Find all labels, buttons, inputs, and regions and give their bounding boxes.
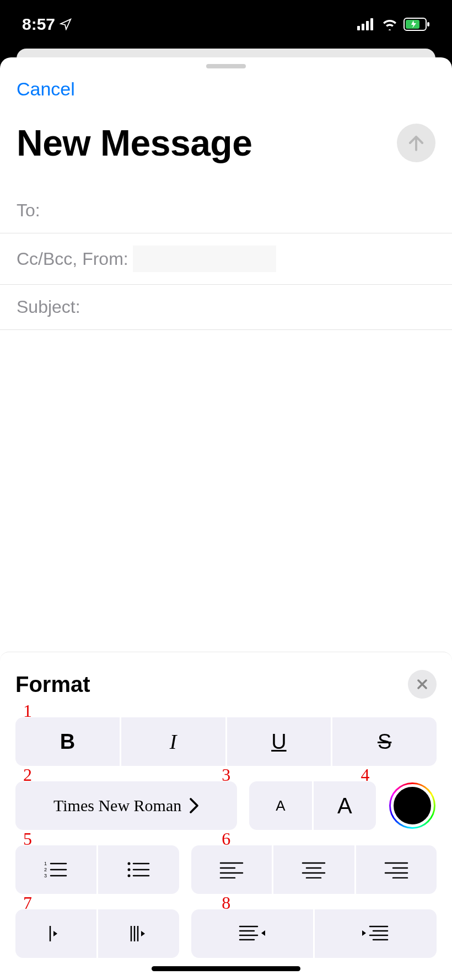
from-address-redacted xyxy=(133,246,276,272)
numbered-list-button[interactable]: 123 xyxy=(15,845,96,894)
annotation-1: 1 xyxy=(23,701,32,721)
font-picker-button[interactable]: Times New Roman xyxy=(15,781,237,830)
bold-button[interactable]: B xyxy=(15,717,120,766)
bulleted-list-icon xyxy=(126,860,151,880)
font-name-label: Times New Roman xyxy=(53,796,181,815)
svg-rect-6 xyxy=(427,22,429,26)
close-format-button[interactable] xyxy=(408,670,437,699)
ccbcc-field[interactable]: Cc/Bcc, From: xyxy=(0,233,452,285)
status-bar: 8:57 xyxy=(0,0,452,49)
align-right-icon xyxy=(384,861,408,878)
ltr-direction-button[interactable] xyxy=(15,909,96,958)
rtl-icon xyxy=(127,924,149,944)
annotation-4: 4 xyxy=(360,765,369,785)
annotation-5: 5 xyxy=(23,829,32,849)
compose-title: New Message xyxy=(17,122,252,164)
align-center-button[interactable] xyxy=(273,845,354,894)
svg-marker-42 xyxy=(362,930,366,936)
rtl-direction-button[interactable] xyxy=(98,909,179,958)
cancel-button[interactable]: Cancel xyxy=(0,74,452,105)
svg-rect-3 xyxy=(370,18,373,30)
svg-rect-0 xyxy=(357,26,360,30)
subject-field[interactable]: Subject: xyxy=(0,285,452,330)
svg-text:2: 2 xyxy=(44,867,47,872)
underline-button[interactable]: U xyxy=(227,717,331,766)
format-title: Format xyxy=(15,672,90,697)
increase-indent-button[interactable] xyxy=(315,909,437,958)
title-row: New Message xyxy=(0,105,452,188)
subject-label: Subject: xyxy=(17,297,80,317)
svg-rect-2 xyxy=(366,21,369,30)
increase-indent-icon xyxy=(361,924,390,943)
send-button[interactable] xyxy=(397,124,435,162)
text-color-button[interactable] xyxy=(388,781,437,830)
compose-sheet: Cancel New Message To: Cc/Bcc, From: Sub… xyxy=(0,57,452,980)
increase-font-button[interactable]: A xyxy=(314,781,376,830)
italic-button[interactable]: I xyxy=(121,717,225,766)
color-wheel-icon xyxy=(389,782,435,829)
time-text: 8:57 xyxy=(22,15,55,34)
list-align-row: 5 6 123 xyxy=(15,845,437,894)
align-left-button[interactable] xyxy=(191,845,272,894)
decrease-font-button[interactable]: A xyxy=(249,781,311,830)
close-icon xyxy=(416,678,429,691)
svg-rect-1 xyxy=(362,24,364,30)
svg-marker-41 xyxy=(261,930,265,936)
align-right-button[interactable] xyxy=(356,845,437,894)
decrease-indent-button[interactable] xyxy=(191,909,313,958)
annotation-8: 8 xyxy=(222,893,230,913)
svg-text:3: 3 xyxy=(44,873,47,878)
svg-point-14 xyxy=(128,869,131,871)
battery-icon xyxy=(403,18,430,31)
format-header: Format xyxy=(15,670,437,699)
sheet-grabber[interactable] xyxy=(206,64,246,68)
style-row: 1 B I U S xyxy=(15,717,437,766)
ccbcc-label: Cc/Bcc, From: xyxy=(17,249,128,269)
status-time: 8:57 xyxy=(22,15,72,34)
status-icons xyxy=(357,18,430,31)
annotation-2: 2 xyxy=(23,765,32,785)
format-panel: Format 1 B I U S 2 3 4 xyxy=(0,652,452,980)
to-label: To: xyxy=(17,200,40,221)
cellular-icon xyxy=(357,18,376,30)
message-body[interactable] xyxy=(0,330,452,652)
wifi-icon xyxy=(381,18,398,30)
arrow-up-icon xyxy=(406,132,427,153)
home-indicator[interactable] xyxy=(152,966,300,971)
font-row: 2 3 4 Times New Roman A A xyxy=(15,781,437,830)
to-field[interactable]: To: xyxy=(0,188,452,233)
svg-text:1: 1 xyxy=(44,861,47,866)
location-arrow-icon xyxy=(60,18,72,30)
annotation-7: 7 xyxy=(23,893,32,913)
svg-point-15 xyxy=(128,875,131,877)
ltr-icon xyxy=(46,924,65,944)
chevron-right-icon xyxy=(189,797,199,814)
align-center-icon xyxy=(302,861,326,878)
svg-point-13 xyxy=(128,862,131,865)
bulleted-list-button[interactable] xyxy=(98,845,179,894)
decrease-indent-icon xyxy=(238,924,266,943)
direction-indent-row: 7 8 xyxy=(15,909,437,958)
svg-marker-36 xyxy=(141,931,145,936)
annotation-6: 6 xyxy=(222,829,230,849)
annotation-3: 3 xyxy=(222,765,230,785)
align-left-icon xyxy=(219,861,244,878)
strikethrough-button[interactable]: S xyxy=(332,717,437,766)
svg-marker-32 xyxy=(53,931,57,936)
numbered-list-icon: 123 xyxy=(43,860,68,880)
